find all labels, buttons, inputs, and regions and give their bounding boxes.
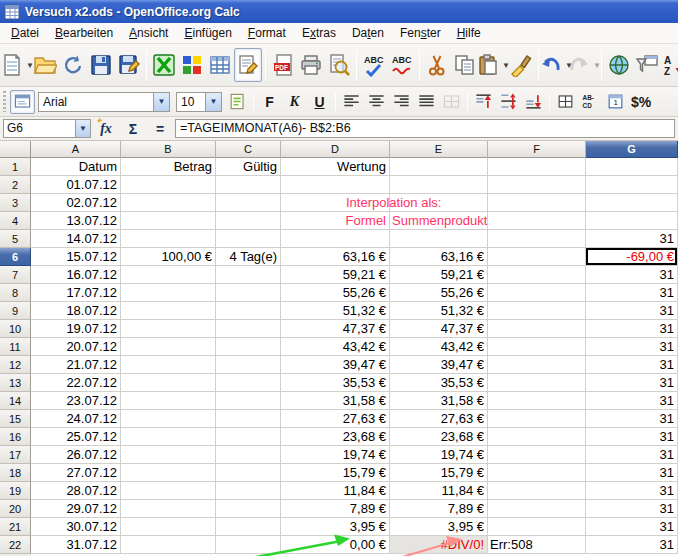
menu-format[interactable]: Format [240,24,294,43]
cell-F14[interactable] [488,392,586,410]
undo-button[interactable]: ▼ [542,48,570,82]
row-header-1[interactable]: 1 [0,158,31,176]
cell-C13[interactable] [216,374,281,392]
column-header-G[interactable]: G [586,141,678,158]
cell-C19[interactable] [216,482,281,500]
cell-D21[interactable]: 3,95 € [281,518,390,536]
cell-A6[interactable]: 15.07.12 [31,248,121,266]
bold-button[interactable]: F [257,90,282,114]
cell-D18[interactable]: 15,79 € [281,464,390,482]
menu-extras[interactable]: Extras [294,24,344,43]
cell-E9[interactable]: 51,32 € [390,302,488,320]
chevron-down-icon[interactable]: ▼ [205,93,221,111]
wrap-text-button[interactable]: AB-CD [578,90,603,114]
cell-G6[interactable]: -69,00 € [586,248,678,266]
cell-A9[interactable]: 18.07.12 [31,302,121,320]
cell-F15[interactable] [488,410,586,428]
name-box[interactable]: G6 ▼ [3,119,91,138]
row-header-16[interactable]: 16 [0,428,31,446]
cell-G22[interactable]: 31 [586,536,678,554]
borders-button[interactable] [553,90,578,114]
cell-C7[interactable] [216,266,281,284]
cell-D20[interactable]: 7,89 € [281,500,390,518]
cell-E1[interactable] [390,158,488,176]
new-document-button[interactable]: ▼ [3,48,31,82]
cell-E11[interactable]: 43,42 € [390,338,488,356]
cell-C3[interactable] [216,194,281,212]
cell-B1[interactable]: Betrag [121,158,216,176]
cell-E5[interactable] [390,230,488,248]
edit-file-button[interactable] [234,48,262,82]
cell-G20[interactable]: 31 [586,500,678,518]
cell-E15[interactable]: 27,63 € [390,410,488,428]
align-justify-button[interactable] [414,90,439,114]
cell-G18[interactable]: 31 [586,464,678,482]
toolbar-grip[interactable] [1,91,8,112]
function-wizard-icon[interactable]: fx [94,119,118,139]
cell-F6[interactable] [488,248,586,266]
cell-A18[interactable]: 27.07.12 [31,464,121,482]
cell-G5[interactable]: 31 [586,230,678,248]
underline-button[interactable]: U [307,90,332,114]
cell-B17[interactable] [121,446,216,464]
cell-B10[interactable] [121,320,216,338]
cell-B18[interactable] [121,464,216,482]
cell-F9[interactable] [488,302,586,320]
cell-G2[interactable] [586,176,678,194]
cell-A5[interactable]: 14.07.12 [31,230,121,248]
cell-F11[interactable] [488,338,586,356]
cell-G16[interactable]: 31 [586,428,678,446]
formula-input[interactable]: =TAGEIMMONAT(A6)- B$2:B6 [175,119,675,138]
cell-C1[interactable]: Gültig [216,158,281,176]
cell-C6[interactable]: 4 Tag(e) [216,248,281,266]
cell-A11[interactable]: 20.07.12 [31,338,121,356]
cell-D4[interactable]: Formel [281,212,390,230]
cell-E17[interactable]: 19,74 € [390,446,488,464]
cell-F4[interactable] [488,212,586,230]
cell-F2[interactable] [488,176,586,194]
cut-button[interactable] [423,48,451,82]
cell-B2[interactable] [121,176,216,194]
cell-D11[interactable]: 43,42 € [281,338,390,356]
cell-C16[interactable] [216,428,281,446]
cell-B22[interactable] [121,536,216,554]
column-header-D[interactable]: D [281,141,390,158]
cell-F10[interactable] [488,320,586,338]
row-header-13[interactable]: 13 [0,374,31,392]
cell-F17[interactable] [488,446,586,464]
cell-F16[interactable] [488,428,586,446]
menu-daten[interactable]: Daten [344,24,392,43]
hyperlink-button[interactable] [605,48,633,82]
open-button[interactable] [31,48,59,82]
cell-C9[interactable] [216,302,281,320]
table-button[interactable] [206,48,234,82]
cell-E2[interactable] [390,176,488,194]
date-format-button[interactable]: 1 [603,90,628,114]
print-button[interactable] [297,48,325,82]
cell-A1[interactable]: Datum [31,158,121,176]
row-header-19[interactable]: 19 [0,482,31,500]
cell-F22[interactable]: Err:508 [488,536,586,554]
autospellcheck-button[interactable]: ABC [388,48,416,82]
cell-G7[interactable]: 31 [586,266,678,284]
cell-B13[interactable] [121,374,216,392]
cell-D10[interactable]: 47,37 € [281,320,390,338]
cell-E19[interactable]: 11,84 € [390,482,488,500]
autofilter-button[interactable] [633,48,661,82]
cell-A8[interactable]: 17.07.12 [31,284,121,302]
cell-E10[interactable]: 47,37 € [390,320,488,338]
cell-C12[interactable] [216,356,281,374]
cell-B3[interactable] [121,194,216,212]
cell-F12[interactable] [488,356,586,374]
cell-D7[interactable]: 59,21 € [281,266,390,284]
align-top-button[interactable] [471,90,496,114]
cell-A12[interactable]: 21.07.12 [31,356,121,374]
cell-B12[interactable] [121,356,216,374]
cell-C17[interactable] [216,446,281,464]
cell-B6[interactable]: 100,00 € [121,248,216,266]
cell-D22[interactable]: 0,00 € [281,536,390,554]
chevron-down-icon[interactable]: ▼ [593,61,601,70]
cell-F19[interactable] [488,482,586,500]
cell-E13[interactable]: 35,53 € [390,374,488,392]
cell-E22[interactable]: #DIV/0! [390,536,488,554]
